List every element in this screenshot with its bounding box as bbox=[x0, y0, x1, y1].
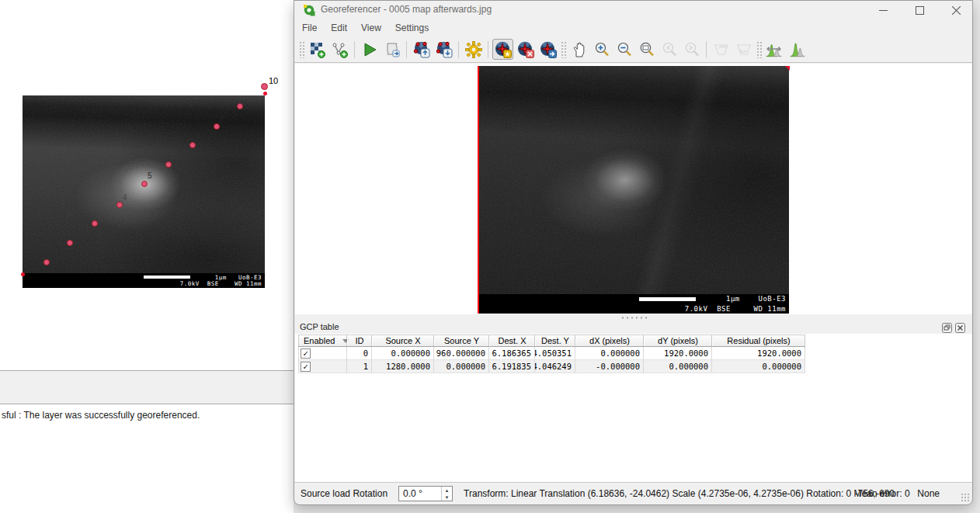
header-source-x[interactable]: Source X bbox=[372, 335, 434, 346]
cell-dest-x[interactable]: 6.191835 bbox=[489, 360, 535, 373]
header-dest-x[interactable]: Dest. X bbox=[489, 335, 535, 346]
georeferencer-canvas[interactable]: 1μm UoB-E3 7.0kV BSE WD 11mm bbox=[295, 64, 972, 314]
gcp-table-row[interactable]: ✓ 1 1280.0000 0.000000 6.191835 -24.0462… bbox=[298, 360, 805, 373]
cell-id[interactable]: 0 bbox=[347, 347, 372, 360]
zoom-out-icon[interactable] bbox=[613, 39, 634, 60]
background-panel-strip bbox=[0, 370, 294, 404]
cell-dy[interactable]: 1920.0000 bbox=[644, 347, 712, 360]
gdal-script-icon[interactable] bbox=[381, 39, 402, 60]
add-gcp-file-icon[interactable] bbox=[329, 39, 350, 60]
gcp-corner-marker[interactable] bbox=[21, 272, 25, 276]
transformation-settings-icon[interactable] bbox=[463, 39, 484, 60]
gcp-point[interactable] bbox=[43, 259, 50, 265]
cell-dx[interactable]: -0.000000 bbox=[575, 360, 644, 373]
link-qgis-to-georeferencer-icon bbox=[733, 39, 754, 60]
header-id[interactable]: ID bbox=[347, 335, 372, 346]
toolbar-drag-handle[interactable] bbox=[756, 41, 762, 58]
gcp-point[interactable] bbox=[165, 161, 172, 168]
open-raster-icon[interactable] bbox=[307, 39, 328, 60]
cell-dy[interactable]: 0.000000 bbox=[644, 360, 712, 373]
histogram-stretch-local-icon[interactable] bbox=[787, 39, 808, 60]
add-point-icon[interactable] bbox=[492, 39, 513, 60]
move-point-icon[interactable] bbox=[537, 39, 558, 60]
menu-file[interactable]: File bbox=[302, 23, 317, 33]
save-gcp-points-icon[interactable] bbox=[433, 39, 454, 60]
toolbar-drag-handle[interactable] bbox=[299, 41, 304, 58]
zoom-last-icon bbox=[659, 39, 679, 60]
rotation-label: Source load Rotation bbox=[301, 488, 387, 499]
toolbar-separator bbox=[458, 41, 459, 58]
gcp-table-row[interactable]: ✓ 0 0.000000 960.000000 6.186365 -24.050… bbox=[298, 347, 805, 360]
start-georeferencing-icon[interactable] bbox=[359, 39, 380, 60]
gcp-point[interactable] bbox=[92, 220, 98, 227]
header-dest-y[interactable]: Dest. Y bbox=[535, 335, 575, 346]
crs-indicator: None bbox=[917, 488, 940, 499]
close-button[interactable] bbox=[940, 1, 971, 19]
cell-residual[interactable]: 0.000000 bbox=[712, 360, 805, 373]
cell-id[interactable]: 1 bbox=[347, 360, 372, 373]
dock-title-bar[interactable]: GCP table bbox=[295, 321, 972, 334]
gcp-corner-marker[interactable] bbox=[263, 92, 267, 95]
header-dx[interactable]: dX (pixels) bbox=[575, 335, 644, 346]
gcp-point-10[interactable] bbox=[261, 83, 268, 90]
cell-residual[interactable]: 1920.0000 bbox=[712, 347, 805, 360]
cell-dest-y[interactable]: -24.046249 bbox=[535, 360, 575, 373]
cell-source-y[interactable]: 960.000000 bbox=[434, 347, 489, 360]
gcp-label-8: 8 bbox=[220, 114, 224, 123]
spin-buttons[interactable]: ▲ ▼ bbox=[441, 487, 452, 501]
cell-source-x[interactable]: 0.000000 bbox=[372, 347, 434, 360]
toolbar bbox=[294, 36, 972, 63]
menu-settings[interactable]: Settings bbox=[395, 23, 429, 33]
menu-view[interactable]: View bbox=[361, 23, 381, 33]
cell-source-y[interactable]: 0.000000 bbox=[434, 360, 489, 373]
cell-source-x[interactable]: 1280.0000 bbox=[372, 360, 434, 373]
gcp-point-4[interactable] bbox=[116, 202, 123, 208]
scale-label: 1μm bbox=[726, 295, 740, 303]
menu-edit[interactable]: Edit bbox=[331, 23, 347, 33]
delete-point-icon[interactable] bbox=[515, 39, 536, 60]
load-gcp-points-icon[interactable] bbox=[411, 39, 432, 60]
histogram-stretch-full-icon[interactable] bbox=[764, 39, 785, 60]
toolbar-separator bbox=[354, 41, 355, 58]
dock-splitter[interactable] bbox=[295, 314, 972, 321]
zoom-to-layer-icon[interactable] bbox=[636, 39, 657, 60]
header-dy[interactable]: dY (pixels) bbox=[644, 335, 712, 346]
gcp-label-10: 10 bbox=[269, 76, 278, 85]
resize-grip[interactable] bbox=[961, 493, 970, 502]
gcp-point[interactable] bbox=[237, 103, 243, 109]
header-source-y[interactable]: Source Y bbox=[434, 335, 489, 346]
georeferenced-sem-image: 1μm UoB-E3 7.0kV BSE WD 11mm bbox=[23, 95, 265, 288]
spin-up-icon[interactable]: ▲ bbox=[442, 487, 452, 494]
cell-dest-x[interactable]: 6.186365 bbox=[489, 347, 535, 360]
rotation-spinbox[interactable]: 0.0 ° ▲ ▼ bbox=[398, 486, 453, 501]
cell-dest-y[interactable]: -24.050351 bbox=[535, 347, 575, 360]
voltage-label: 7.0kV bbox=[685, 305, 708, 313]
toolbar-separator bbox=[706, 41, 707, 58]
qgis-logo-icon bbox=[303, 4, 315, 16]
dock-float-icon[interactable] bbox=[942, 322, 952, 332]
dock-close-icon[interactable] bbox=[955, 322, 965, 332]
detector-label: BSE bbox=[207, 280, 219, 287]
sem-main-image[interactable] bbox=[479, 66, 789, 294]
header-enabled[interactable]: Enabled bbox=[298, 335, 347, 346]
gcp-point-8[interactable] bbox=[214, 123, 220, 130]
gcp-point-7[interactable] bbox=[189, 142, 196, 148]
gcp-label-5: 5 bbox=[148, 172, 152, 180]
toolbar-drag-handle[interactable] bbox=[561, 41, 566, 58]
header-residual[interactable]: Residual (pixels) bbox=[712, 335, 805, 346]
scale-bar bbox=[639, 297, 696, 301]
zoom-in-icon[interactable] bbox=[591, 39, 612, 60]
gcp-point-5[interactable] bbox=[141, 181, 148, 187]
pan-icon[interactable] bbox=[568, 39, 589, 60]
enabled-checkbox[interactable]: ✓ bbox=[301, 348, 311, 359]
gcp-table-dock: GCP table Enabled ID Sour bbox=[295, 321, 972, 483]
raster-image[interactable]: 1μm UoB-E3 7.0kV BSE WD 11mm bbox=[479, 66, 789, 314]
spin-down-icon[interactable]: ▼ bbox=[442, 494, 452, 501]
minimize-button[interactable] bbox=[867, 1, 898, 19]
enabled-checkbox[interactable]: ✓ bbox=[301, 362, 311, 372]
title-bar[interactable]: Georeferencer - 0005 map afterwards.jpg bbox=[294, 1, 972, 19]
gcp-point[interactable] bbox=[67, 240, 73, 246]
rotation-value[interactable]: 0.0 ° bbox=[403, 488, 422, 499]
maximize-button[interactable] bbox=[904, 1, 935, 19]
cell-dx[interactable]: 0.000000 bbox=[575, 347, 644, 360]
